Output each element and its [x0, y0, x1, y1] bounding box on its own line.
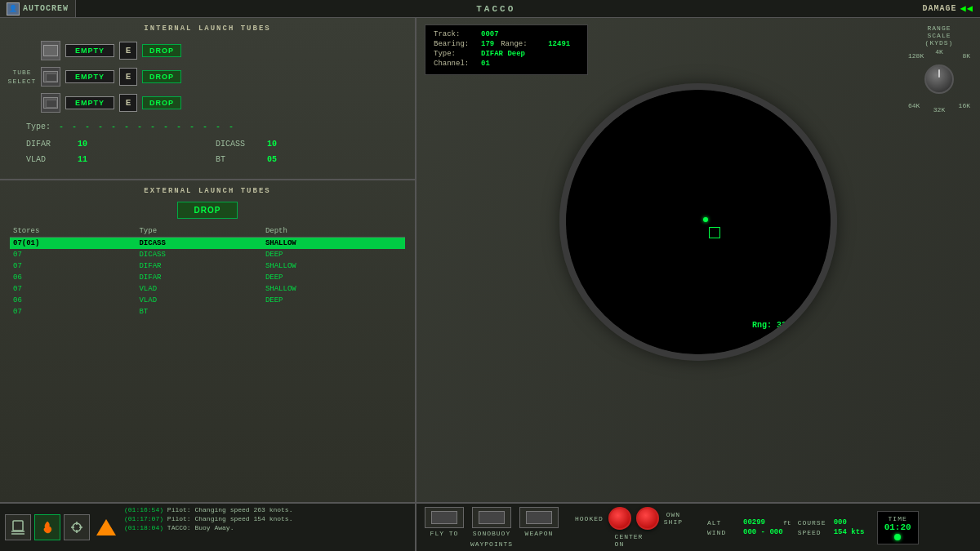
cell-stores: 06	[10, 295, 136, 306]
tube-2-status[interactable]: EMPTY	[65, 70, 114, 83]
log-line-3: (01:18:04) TACCO: Buoy Away.	[124, 523, 410, 532]
weapon-label: WEAPON	[525, 530, 554, 537]
fly-to-label: FLY TO	[430, 530, 459, 537]
cell-depth: DEEP	[262, 295, 405, 306]
tube-icon-3	[41, 93, 60, 113]
time-label: TIME	[884, 515, 911, 522]
vlad-label: VLAD	[26, 155, 71, 164]
table-row[interactable]: 07DIFARSHALLOW	[10, 260, 405, 272]
center-on-label: CENTERON	[615, 533, 644, 548]
radar-inner: Rng: 32 Kyd	[566, 90, 831, 354]
hooked-label: HOOKED	[575, 515, 604, 522]
tube-3-status[interactable]: EMPTY	[65, 96, 114, 109]
log-msg-3: TACCO: Buoy Away.	[167, 524, 234, 531]
flame-icon-button[interactable]	[34, 514, 60, 540]
type-track-label: Type:	[434, 50, 474, 58]
log-msg-2: Pilot: Changing speed 154 knots.	[167, 515, 293, 522]
difar-count: 10	[78, 140, 87, 149]
bottom-area: (01:16:54) Pilot: Changing speed 263 kno…	[0, 502, 980, 551]
dicass-label: DICASS	[216, 140, 261, 149]
type-track-value: DIFAR Deep	[481, 50, 525, 58]
external-drop-button[interactable]: DROP	[177, 202, 238, 219]
type-label: Type:	[26, 122, 51, 131]
sonobuoy-button[interactable]	[472, 507, 511, 528]
external-launch-tubes: EXTERNAL LAUNCH TUBES DROP Stores Type D…	[0, 180, 415, 324]
tube-3-drop-button[interactable]: DROP	[142, 96, 181, 109]
fly-to-button[interactable]	[425, 507, 464, 528]
center-on-group: HOOKED OWNSHIP CENTERON	[575, 507, 683, 548]
cell-stores: 07	[10, 260, 136, 272]
center-on-red-button[interactable]	[636, 507, 659, 530]
cell-type: DIFAR	[136, 272, 261, 283]
track-label: Track:	[434, 30, 474, 38]
tubes-container: TUBE SELECT EMPTY E DROP	[10, 39, 405, 114]
type-row: Type: - - - - - - - - - - - - - -	[26, 122, 389, 131]
radar-outer: Rng: 32 Kyd	[559, 83, 837, 361]
depth-header: Depth	[262, 225, 405, 238]
tube-1-drop-button[interactable]: DROP	[142, 44, 181, 57]
crew-icon-button[interactable]	[5, 514, 31, 540]
log-line-2: (01:17:07) Pilot: Changing speed 154 kno…	[124, 514, 410, 523]
table-row[interactable]: 07VLADSHALLOW	[10, 283, 405, 295]
hooked-row: HOOKED OWNSHIP	[575, 507, 683, 530]
vlad-count: 11	[78, 155, 87, 164]
speed-value: 154 kts	[834, 528, 871, 536]
table-row[interactable]: 07DICASSDEEP	[10, 249, 405, 260]
range-128k: 128K	[908, 52, 924, 60]
cell-type: DICASS	[136, 249, 261, 260]
instruments: ALT 00299 ft WIND 000 - 000 COURSE 000	[707, 511, 919, 544]
inventory-section: Type: - - - - - - - - - - - - - - DIFAR …	[10, 114, 405, 172]
tube-2-drop-button[interactable]: DROP	[142, 70, 181, 83]
cell-stores: 07(01)	[10, 238, 136, 250]
channel-line: Channel: 01	[434, 60, 579, 68]
tube-1-e-button[interactable]: E	[119, 42, 137, 60]
alt-label: ALT	[707, 519, 740, 527]
waypoint-buttons-row: FLY TO SONOBUOY WEAPON	[425, 507, 559, 537]
range-8k: 8K	[962, 52, 970, 60]
status-light	[894, 534, 901, 540]
alt-unit: ft	[783, 519, 791, 527]
damage-label: DAMAGE	[923, 4, 957, 13]
range-knob-area[interactable]: 4K 8K 16K 32K 64K 128K	[906, 48, 972, 113]
stores-header: Stores	[10, 225, 136, 238]
bearing-value: 179	[481, 40, 494, 48]
log-msg-1: Pilot: Changing speed 263 knots.	[167, 506, 293, 513]
tube-1-status[interactable]: EMPTY	[65, 44, 114, 57]
crosshair-icon-button[interactable]	[64, 514, 90, 540]
track-value: 0007	[481, 30, 499, 38]
stores-table: Stores Type Depth 07(01)DICASSSHALLOW07D…	[10, 225, 405, 318]
vlad-item: VLAD 11	[26, 155, 199, 164]
tube-2-e-button[interactable]: E	[119, 68, 137, 86]
hooked-red-button[interactable]	[608, 507, 631, 530]
tube-icon-1	[41, 41, 60, 60]
difar-item: DIFAR 10	[26, 140, 199, 149]
log-time-3: (01:18:04)	[124, 524, 163, 531]
own-ship-label: OWNSHIP	[664, 511, 683, 526]
avatar: 👤	[7, 2, 20, 16]
top-bar: 👤 AUTOCREW TACCO DAMAGE ◀◀	[0, 0, 980, 18]
external-tubes-title: EXTERNAL LAUNCH TUBES	[10, 187, 405, 195]
table-row[interactable]: 06DIFARDEEP	[10, 272, 405, 283]
table-row[interactable]: 07BT	[10, 306, 405, 318]
weapon-button[interactable]	[519, 507, 559, 528]
channel-value: 01	[481, 60, 490, 68]
tube-3-e-button[interactable]: E	[119, 94, 137, 112]
tube-row: EMPTY E DROP	[41, 91, 405, 114]
bottom-left: (01:16:54) Pilot: Changing speed 263 kno…	[0, 503, 416, 551]
wind-label: WIND	[707, 529, 740, 536]
table-row[interactable]: 07(01)DICASSSHALLOW	[10, 238, 405, 250]
alt-value: 00299	[743, 518, 780, 527]
nav-triangle-icon	[96, 519, 116, 535]
log-time-1: (01:16:54)	[124, 506, 163, 513]
weapon-group: WEAPON	[519, 507, 559, 537]
range-scale: RANGE SCALE (KYDS) 4K 8K 16K 32K 64K 128…	[906, 24, 972, 113]
bt-count: 05	[267, 155, 277, 164]
range-knob[interactable]	[924, 64, 954, 94]
cell-depth: SHALLOW	[262, 238, 405, 250]
cell-type: DIFAR	[136, 260, 261, 272]
table-row[interactable]: 06VLADDEEP	[10, 295, 405, 306]
fly-to-group: FLY TO	[425, 507, 464, 537]
own-ship-group: OWNSHIP	[664, 511, 683, 526]
speed-row: SPEED 154 kts	[798, 528, 871, 536]
log-area: (01:16:54) Pilot: Changing speed 263 kno…	[124, 505, 410, 549]
